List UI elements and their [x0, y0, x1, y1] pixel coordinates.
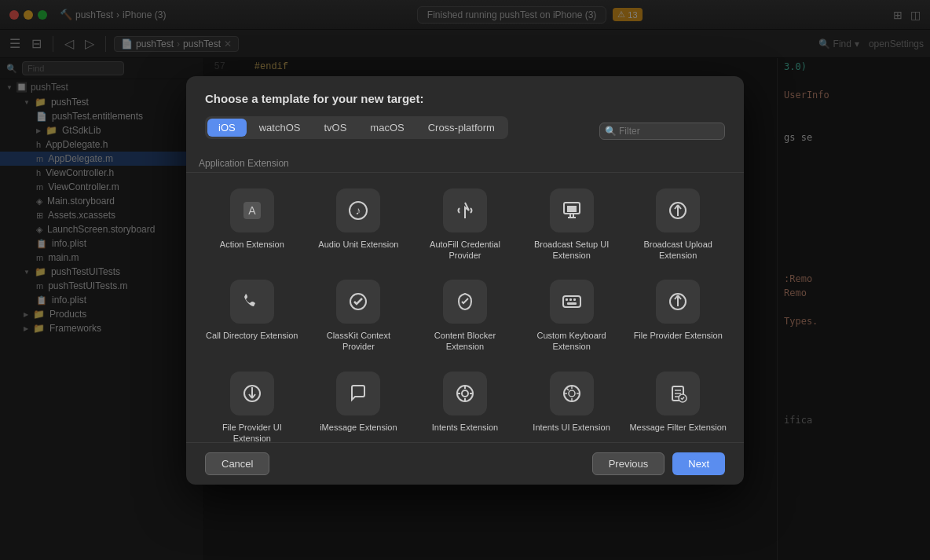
- svg-line-19: [566, 388, 569, 390]
- template-icon: [336, 372, 380, 415]
- template-grid: A Action Extension ♪ Audio Unit Extensio…: [186, 173, 744, 442]
- template-file-provider[interactable]: File Provider Extension: [624, 270, 731, 362]
- tab-watchos[interactable]: watchOS: [248, 119, 312, 137]
- template-content-blocker[interactable]: Content Blocker Extension: [412, 270, 518, 362]
- template-icon: [656, 280, 700, 324]
- filter-wrapper: 🔍: [599, 123, 725, 140]
- template-label: Audio Unit Extension: [318, 239, 398, 250]
- template-intents[interactable]: Intents Extension: [412, 362, 518, 442]
- template-message-filter[interactable]: Message Filter Extension: [624, 362, 731, 442]
- template-broadcast-upload[interactable]: Broadcast Upload Extension: [624, 179, 731, 271]
- filter-search-icon: 🔍: [605, 126, 617, 137]
- template-label: Message Filter Extension: [629, 422, 727, 433]
- modal-overlay: Choose a template for your new target: i…: [0, 0, 930, 560]
- template-label: Intents Extension: [432, 422, 498, 433]
- svg-text:A: A: [248, 204, 256, 217]
- svg-text:♪: ♪: [356, 204, 361, 217]
- template-icon: [550, 372, 594, 415]
- template-icon: [443, 188, 487, 232]
- template-label: ClassKit Context Provider: [310, 330, 408, 353]
- template-label: File Provider UI Extension: [203, 422, 301, 442]
- template-icon: [656, 188, 700, 232]
- svg-rect-12: [567, 302, 577, 305]
- template-intents-ui[interactable]: Intents UI Extension: [518, 362, 625, 442]
- template-audio-unit[interactable]: ♪ Audio Unit Extension: [306, 179, 412, 271]
- template-broadcast-setup[interactable]: Broadcast Setup UI Extension: [518, 179, 625, 271]
- modal-footer: Cancel Previous Next: [186, 442, 744, 485]
- svg-rect-10: [569, 298, 572, 301]
- modal-tabs: iOS watchOS tvOS macOS Cross-platform: [205, 116, 508, 139]
- modal-header-row: iOS watchOS tvOS macOS Cross-platform 🔍: [205, 116, 725, 147]
- template-action-ext[interactable]: A Action Extension: [199, 179, 306, 271]
- template-label: Action Extension: [220, 239, 284, 250]
- svg-rect-8: [563, 296, 580, 307]
- template-autofill[interactable]: AutoFill Credential Provider: [412, 179, 518, 271]
- modal-footer-right: Previous Next: [592, 452, 725, 475]
- filter-input[interactable]: [599, 123, 725, 140]
- template-label: Broadcast Upload Extension: [629, 239, 727, 262]
- template-icon: [443, 280, 487, 324]
- section-label: Application Extension: [186, 153, 744, 173]
- template-label: AutoFill Credential Provider: [416, 239, 514, 262]
- template-chooser-modal: Choose a template for your new target: i…: [186, 76, 744, 485]
- template-icon: [550, 280, 594, 324]
- svg-rect-9: [566, 298, 568, 301]
- template-label: Call Directory Extension: [206, 330, 298, 341]
- tab-crossplatform[interactable]: Cross-platform: [417, 119, 506, 137]
- template-icon: [443, 372, 487, 415]
- template-label: iMessage Extension: [320, 422, 397, 433]
- template-label: Content Blocker Extension: [416, 330, 514, 353]
- template-icon: [550, 188, 594, 232]
- template-label: Custom Keyboard Extension: [523, 330, 621, 353]
- template-icon: [336, 280, 380, 324]
- next-button[interactable]: Next: [672, 452, 725, 475]
- template-icon: [230, 280, 274, 324]
- template-classkit[interactable]: ClassKit Context Provider: [306, 270, 412, 362]
- tab-macos[interactable]: macOS: [359, 119, 415, 137]
- svg-point-18: [569, 390, 575, 397]
- cancel-button[interactable]: Cancel: [205, 452, 269, 475]
- tab-tvos[interactable]: tvOS: [313, 119, 357, 137]
- svg-point-16: [462, 390, 468, 397]
- template-call-directory[interactable]: Call Directory Extension: [199, 270, 306, 362]
- template-label: File Provider Extension: [634, 330, 723, 341]
- template-label: Broadcast Setup UI Extension: [523, 239, 621, 262]
- modal-header: Choose a template for your new target: i…: [186, 76, 744, 153]
- svg-rect-5: [567, 206, 577, 212]
- template-label: Intents UI Extension: [533, 422, 610, 433]
- template-icon: [230, 372, 274, 415]
- svg-rect-11: [573, 298, 576, 301]
- template-icon: ♪: [336, 188, 380, 232]
- template-icon: A: [230, 188, 274, 232]
- previous-button[interactable]: Previous: [592, 452, 665, 475]
- template-file-provider-ui[interactable]: File Provider UI Extension: [199, 362, 306, 442]
- template-custom-keyboard[interactable]: Custom Keyboard Extension: [518, 270, 625, 362]
- tab-ios[interactable]: iOS: [207, 119, 247, 137]
- template-imessage[interactable]: iMessage Extension: [306, 362, 412, 442]
- modal-title: Choose a template for your new target:: [205, 92, 725, 105]
- template-icon: [656, 372, 700, 415]
